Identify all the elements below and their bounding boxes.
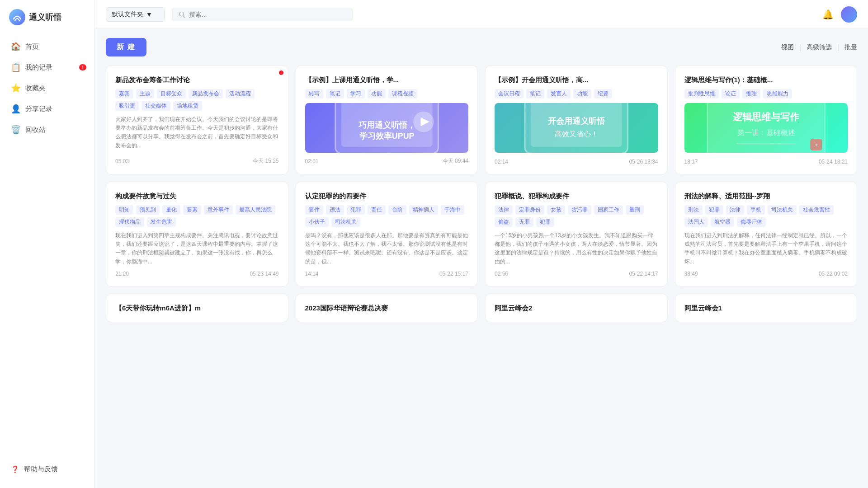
- card-date: 05-26 18:34: [629, 159, 658, 165]
- sidebar-item-home[interactable]: 🏠 首页: [0, 36, 94, 57]
- card-excerpt: 现在我们进入到刑法的解释，任何法律一经制定就已经。所以，一个成熟的司法官员，首先…: [684, 231, 848, 266]
- tag: 批判性思维: [684, 89, 719, 99]
- svg-text:+: +: [814, 141, 818, 148]
- card-item[interactable]: 构成要件故意与过失明知预见到量化要素意外事件最高人民法院淫移物品发生危害现在我们…: [106, 182, 288, 286]
- card-excerpt: 是吗？没有，那他应该是很多人在那。那他要是有资真的有可能是他这个可能不太。我也不…: [305, 231, 469, 266]
- card-excerpt: 现在我们进入到第四章主规构成要件。关注腾讯电视，要讨论故意过失，我们还要跟应该说…: [115, 231, 279, 266]
- help-icon: ❓: [11, 465, 19, 474]
- tag: 笔记: [526, 89, 544, 99]
- tag: 明知: [115, 205, 133, 215]
- tag: 犯罪: [536, 217, 554, 227]
- tag: 目标受众: [157, 89, 186, 99]
- card-date: 05-22 09:02: [819, 271, 848, 277]
- card-footer: 14:14 05-22 15:17: [305, 271, 469, 277]
- sidebar-item-help[interactable]: ❓ 帮助与反馈: [0, 460, 94, 479]
- records-badge: 1: [79, 64, 86, 70]
- notification-bell-icon[interactable]: 🔔: [822, 9, 834, 20]
- card-tags: 刑法犯罪法律手机司法机关社会危害性法国人航空器侮辱尸体: [684, 205, 848, 227]
- tag: 责任: [368, 205, 386, 215]
- content-area: 新 建 视图 | 高级筛选 | 批量 新品发布会筹备工作讨论嘉宾主题目标受众新品…: [95, 29, 868, 488]
- course-illustration: 逻辑思维与写作 第一讲：基础概述 +: [693, 103, 840, 153]
- tag: 法国人: [684, 217, 708, 227]
- card-duration: 05:03: [115, 158, 129, 164]
- svg-text:巧用通义听悟，: 巧用通义听悟，: [358, 120, 415, 130]
- sidebar-label-favorites: 收藏夹: [25, 84, 46, 93]
- sidebar-label-trash: 回收站: [25, 126, 46, 134]
- card-excerpt: 一个15岁的小男孩跟一个13岁的小女孩发生。我不知道跟购买一律都是他，我们的孩子…: [495, 231, 658, 266]
- sidebar-item-trash[interactable]: 🗑️ 回收站: [0, 119, 94, 140]
- card-title: 阿里云峰会2: [495, 303, 658, 313]
- toolbar: 新 建 视图 | 高级筛选 | 批量: [106, 38, 857, 56]
- card-footer: 38:49 05-22 09:02: [684, 271, 848, 277]
- tag: 活动流程: [226, 89, 255, 99]
- card-duration: 14:14: [305, 271, 319, 277]
- tag: 量刑: [626, 205, 644, 215]
- tag: 意外事件: [204, 205, 233, 215]
- card-title: 刑法的解释、适用范围--罗翔: [684, 191, 848, 201]
- card-item[interactable]: 刑法的解释、适用范围--罗翔刑法犯罪法律手机司法机关社会危害性法国人航空器侮辱尸…: [675, 182, 858, 286]
- card-duration: 18:17: [684, 159, 698, 165]
- sidebar-label-my-records: 我的记录: [25, 63, 52, 72]
- trash-icon: 🗑️: [11, 125, 21, 135]
- tag: 发生危害: [147, 217, 176, 227]
- logo: 通义听悟: [0, 9, 94, 36]
- card-item[interactable]: 逻辑思维与写作(1)：基础概...批判性思维论证推理思维能力 逻辑思维与写作 第…: [675, 66, 858, 174]
- card-footer: 02:14 05-26 18:34: [495, 159, 658, 165]
- card-preview-image: 巧用通义听悟， 学习效率UPUP: [305, 103, 469, 153]
- tag: 量化: [162, 205, 180, 215]
- search-input[interactable]: [189, 11, 346, 18]
- card-item[interactable]: 阿里云峰会2: [485, 294, 668, 322]
- tag: 功能: [573, 89, 591, 99]
- sidebar-item-shared[interactable]: 👤 分享记录: [0, 99, 94, 119]
- tag: 会议日程: [495, 89, 524, 99]
- card-item[interactable]: 阿里云峰会1: [675, 294, 858, 322]
- search-bar[interactable]: [172, 8, 353, 21]
- favorites-icon: ⭐: [11, 83, 21, 93]
- tag: 法律: [726, 205, 744, 215]
- filter-button[interactable]: 高级筛选: [807, 43, 832, 52]
- tag: 司法机关: [331, 217, 360, 227]
- tag: 社交媒体: [142, 101, 170, 111]
- card-item[interactable]: 【示例】上课用通义听悟，学...转写笔记学习功能课程视频 巧用通义听悟， 学习效…: [296, 66, 478, 174]
- card-title: 新品发布会筹备工作讨论: [115, 75, 279, 84]
- card-footer: 05:03 今天 15:25: [115, 157, 279, 165]
- toolbar-right: 视图 | 高级筛选 | 批量: [781, 43, 857, 52]
- card-date: 今天 15:25: [253, 157, 278, 165]
- card-duration: 21:20: [115, 271, 129, 277]
- sidebar-item-my-records[interactable]: 📋 我的记录 1: [0, 57, 94, 78]
- tag: 嘉宾: [115, 89, 133, 99]
- card-item[interactable]: 【6天带你玩转m6A进阶】m: [106, 294, 288, 322]
- tag: 主题: [136, 89, 154, 99]
- card-item[interactable]: 认定犯罪的的四要件要件违法犯罪责任台阶精神病人于海中小伙子司法机关是吗？没有，那…: [296, 182, 478, 286]
- card-item[interactable]: 新品发布会筹备工作讨论嘉宾主题目标受众新品发布会活动流程吸引更社交媒体场地租赁大…: [106, 66, 288, 174]
- laptop-illustration: 开会用通义听悟 高效又省心！: [503, 103, 650, 153]
- tag: 违法: [326, 205, 344, 215]
- user-avatar[interactable]: [841, 6, 857, 23]
- new-button[interactable]: 新 建: [106, 38, 146, 56]
- card-item[interactable]: 犯罪概说、犯罪构成要件法律定罪身份女孩贪污罪国家工作量刑偷盗无罪犯罪一个15岁的…: [485, 182, 668, 286]
- view-button[interactable]: 视图: [781, 43, 794, 52]
- batch-button[interactable]: 批量: [844, 43, 857, 52]
- cards-grid: 新品发布会筹备工作讨论嘉宾主题目标受众新品发布会活动流程吸引更社交媒体场地租赁大…: [106, 66, 857, 322]
- svg-line-2: [183, 15, 185, 17]
- tag: 预见到: [136, 205, 160, 215]
- tag: 犯罪: [705, 205, 723, 215]
- tag: 功能: [368, 89, 386, 99]
- sidebar-label-shared: 分享记录: [25, 105, 52, 113]
- card-tags: 批判性思维论证推理思维能力: [684, 89, 848, 99]
- tag: 纪要: [594, 89, 612, 99]
- tag: 社会危害性: [799, 205, 834, 215]
- card-tags: 嘉宾主题目标受众新品发布会活动流程吸引更社交媒体场地租赁: [115, 89, 279, 111]
- card-preview-image: 逻辑思维与写作 第一讲：基础概述 +: [684, 103, 848, 153]
- card-tags: 法律定罪身份女孩贪污罪国家工作量刑偷盗无罪犯罪: [495, 205, 658, 227]
- card-footer: 02:56 05-22 14:17: [495, 271, 658, 277]
- folder-selector[interactable]: 默认文件夹 ▼: [106, 7, 165, 22]
- card-date: 05-24 18:21: [819, 159, 848, 165]
- tag: 台阶: [388, 205, 406, 215]
- card-item[interactable]: 2023国际华语辩论赛总决赛: [296, 294, 478, 322]
- card-duration: 38:49: [684, 271, 698, 277]
- tag: 新品发布会: [189, 89, 223, 99]
- card-preview-image: 开会用通义听悟 高效又省心！: [495, 103, 658, 153]
- sidebar-item-favorites[interactable]: ⭐ 收藏夹: [0, 78, 94, 99]
- card-item[interactable]: 【示例】开会用通义听悟，高...会议日程笔记发言人功能纪要 开会用通义听悟 高效…: [485, 66, 668, 174]
